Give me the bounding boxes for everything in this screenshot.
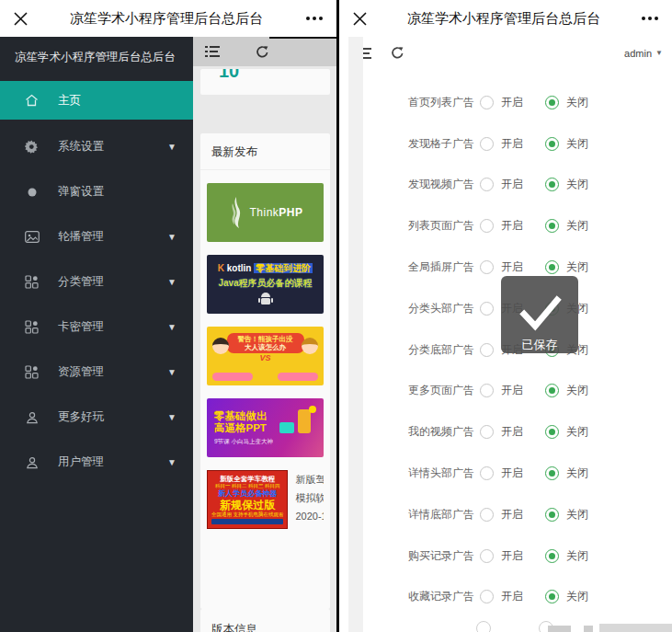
radio-option-off[interactable]: 关闭 <box>545 177 588 192</box>
feed-item-kotlin[interactable]: K kotlin 零基础到进阶 Java程序员必备的课程 <box>207 255 324 314</box>
sidebar-item-label: 资源管理 <box>58 364 104 380</box>
partial-widget <box>599 624 672 632</box>
driving-thumbnail: 新版全套学车教程 科目一 科目二 科目三 科目四 新人学员必备神器 新规保过版 … <box>207 470 288 529</box>
page-title: 凉笙学术小程序管理后台总后台 <box>40 10 292 28</box>
decorative-dash <box>269 37 336 39</box>
more-menu-icon[interactable] <box>628 17 672 20</box>
radio-option-on[interactable]: 开启 <box>480 589 523 604</box>
version-card: 版本信息 <box>200 609 330 632</box>
radio-option-off[interactable]: 关闭 <box>545 465 588 481</box>
radio-off-label: 关闭 <box>566 259 588 275</box>
feed-item-thinkphp[interactable]: ThinkPHP <box>207 183 324 242</box>
radio-off-label: 关闭 <box>566 95 588 110</box>
chevron-down-icon: ▼ <box>167 367 177 377</box>
pill-left <box>212 373 253 381</box>
radio-option-off[interactable]: 关闭 <box>545 259 588 275</box>
sidebar-item-8[interactable]: 用户管理▼ <box>0 440 193 485</box>
sidebar-item-3[interactable]: 轮播管理▼ <box>0 214 193 259</box>
radio-option-on[interactable]: 开启 <box>480 424 523 440</box>
kotlin-thumbnail: K kotlin 零基础到进阶 Java程序员必备的课程 <box>207 255 324 314</box>
radio-circle <box>480 466 494 480</box>
kids-thumbnail: 警告！熊孩子出没 大人该怎么办 VS <box>207 327 324 385</box>
more-menu-icon[interactable] <box>292 17 336 20</box>
sidebar-item-7[interactable]: 更多好玩▼ <box>0 395 193 440</box>
radio-off-label: 关闭 <box>566 177 588 192</box>
radio-option-on[interactable]: 开启 <box>480 465 523 481</box>
radio-circle <box>545 384 559 397</box>
user-icon <box>24 454 40 470</box>
feed-item-kids[interactable]: 警告！熊孩子出没 大人该怎么办 VS <box>207 327 324 385</box>
left-toolbar <box>193 37 336 66</box>
sidebar: 凉笙学术小程序管理后台总后台 主页系统设置▼弹窗设置轮播管理▼分类管理▼卡密管理… <box>0 37 193 632</box>
pill-right <box>278 373 318 381</box>
radio-off-label: 关闭 <box>566 383 588 398</box>
saved-toast: 已保存 <box>501 276 578 353</box>
chevron-down-icon: ▼ <box>167 142 177 152</box>
radio-option-on[interactable]: 开启 <box>480 136 523 152</box>
radio-option-on[interactable]: 开启 <box>480 383 523 398</box>
sidebar-item-0[interactable]: 主页 <box>0 81 193 120</box>
radio-off-label: 关闭 <box>566 218 588 234</box>
radio-option-on[interactable]: 开启 <box>480 95 523 110</box>
sidebar-item-label: 主页 <box>58 93 81 109</box>
sidebar-item-label: 用户管理 <box>58 454 104 470</box>
radio-option-on[interactable]: 开启 <box>480 177 523 192</box>
home-icon <box>24 93 40 109</box>
radio-option-off[interactable]: 关闭 <box>545 424 588 440</box>
radio-circle <box>545 178 559 191</box>
feed-item-ppt[interactable]: 零基础做出 高逼格PPT 9节课 小白马上变大神 <box>207 398 324 457</box>
radio-circle <box>480 425 494 439</box>
radio-option-off[interactable]: 关闭 <box>545 95 588 110</box>
driving-item-meta: 新版驾校 模拟软件 2020-12 <box>295 470 324 529</box>
sidebar-menu: 主页系统设置▼弹窗设置轮播管理▼分类管理▼卡密管理▼资源管理▼更多好玩▼用户管理… <box>0 81 193 485</box>
radio-option-off[interactable]: 关闭 <box>545 548 588 564</box>
chevron-down-icon: ▼ <box>167 412 177 422</box>
radio-off-label: 关闭 <box>566 424 588 440</box>
sidebar-item-2[interactable]: 弹窗设置 <box>0 169 193 214</box>
ad-row-label: 更多页面广告 <box>408 383 480 398</box>
radio-option-off[interactable]: 关闭 <box>545 589 588 604</box>
radio-option-off[interactable]: 关闭 <box>545 136 588 152</box>
latest-feed-card: 最新发布 ThinkPHP K kotlin 零基础到进阶 Java程序员必备的… <box>200 133 330 609</box>
refresh-icon[interactable] <box>252 41 272 62</box>
ad-row-label: 详情头部广告 <box>408 465 480 481</box>
radio-option-on[interactable]: 开启 <box>480 507 523 523</box>
radio-on-label: 开启 <box>501 177 523 192</box>
screen: 凉笙学术小程序管理后台总后台 凉笙学术小程序管理后台总后台 主页系统设置▼弹窗设… <box>0 0 672 632</box>
sidebar-item-label: 更多好玩 <box>58 409 104 425</box>
radio-on-label: 开启 <box>501 259 523 275</box>
radio-option-on[interactable]: 开启 <box>480 259 523 275</box>
radio-circle <box>480 137 494 151</box>
feed-item-driving[interactable]: 新版全套学车教程 科目一 科目二 科目三 科目四 新人学员必备神器 新规保过版 … <box>207 470 324 529</box>
ad-setting-row-0: 首页列表广告开启关闭 <box>339 82 672 123</box>
radio-option-off[interactable]: 关闭 <box>545 218 588 234</box>
sidebar-item-6[interactable]: 资源管理▼ <box>0 350 193 395</box>
radio-option-on[interactable]: 开启 <box>480 548 523 564</box>
ad-row-label: 发现格子广告 <box>408 136 480 152</box>
sidebar-toggle-icon[interactable] <box>202 41 222 62</box>
close-icon[interactable] <box>339 11 380 27</box>
ad-setting-row-1: 发现格子广告开启关闭 <box>339 123 672 165</box>
sidebar-item-label: 轮播管理 <box>58 229 104 245</box>
sidebar-item-label: 弹窗设置 <box>58 184 104 200</box>
radio-option-off[interactable]: 关闭 <box>545 383 588 398</box>
close-icon[interactable] <box>0 11 40 27</box>
ad-row-label: 分类底部广告 <box>408 342 480 358</box>
radio-option-on[interactable]: 开启 <box>480 218 523 234</box>
radio-circle <box>545 425 559 439</box>
right-navbar: 凉笙学术小程序管理后台总后台 <box>339 0 672 37</box>
sidebar-item-4[interactable]: 分类管理▼ <box>0 259 193 305</box>
sidebar-item-label: 卡密管理 <box>58 319 104 335</box>
radio-circle <box>480 384 494 397</box>
radio-circle <box>545 549 559 563</box>
radio-option-off[interactable]: 关闭 <box>545 507 588 523</box>
sidebar-item-5[interactable]: 卡密管理▼ <box>0 305 193 350</box>
radio-on-label: 开启 <box>501 465 523 481</box>
flame-icon <box>227 194 244 231</box>
sidebar-item-1[interactable]: 系统设置▼ <box>0 124 193 169</box>
partial-radio <box>476 621 491 632</box>
chevron-down-icon: ▼ <box>167 232 177 242</box>
dot-icon <box>24 184 40 200</box>
ad-row-label: 全局插屏广告 <box>408 259 480 275</box>
radio-off-label: 关闭 <box>566 136 588 152</box>
